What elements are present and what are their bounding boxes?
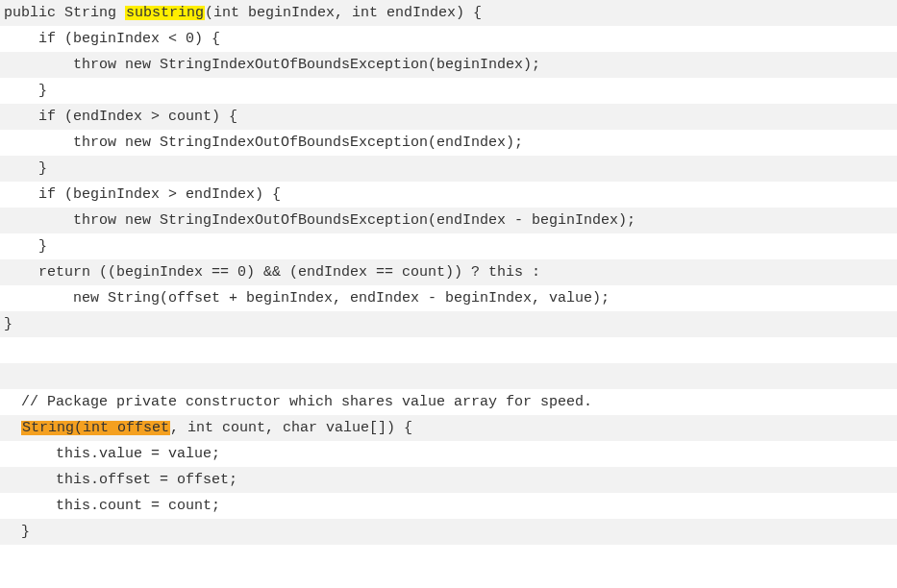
code-text: } xyxy=(4,239,47,254)
code-line: } xyxy=(0,233,897,259)
code-line xyxy=(0,363,897,389)
code-text: new String(offset + beginIndex, endIndex… xyxy=(4,291,610,306)
code-block: public String substring(int beginIndex, … xyxy=(0,0,897,545)
highlighted-text: substring xyxy=(125,6,205,20)
code-line: this.count = count; xyxy=(0,493,897,519)
code-line: throw new StringIndexOutOfBoundsExceptio… xyxy=(0,52,897,78)
code-text: , int count, char value[]) { xyxy=(170,421,412,435)
code-text: if (endIndex > count) { xyxy=(4,110,237,124)
highlighted-text: String(int offset xyxy=(21,421,170,435)
code-text: } xyxy=(4,161,47,176)
code-line: } xyxy=(0,311,897,337)
code-line xyxy=(0,337,897,363)
code-text: } xyxy=(4,525,30,539)
code-text: this.value = value; xyxy=(4,447,220,461)
code-text: this.count = count; xyxy=(4,499,220,513)
code-line: if (beginIndex < 0) { xyxy=(0,26,897,52)
code-text: throw new StringIndexOutOfBoundsExceptio… xyxy=(4,135,523,150)
code-text xyxy=(4,421,21,435)
code-line: public String substring(int beginIndex, … xyxy=(0,0,897,26)
code-text: if (beginIndex < 0) { xyxy=(4,32,220,46)
code-line: if (endIndex > count) { xyxy=(0,104,897,130)
code-text: return ((beginIndex == 0) && (endIndex =… xyxy=(4,265,540,280)
code-text: this.offset = offset; xyxy=(4,473,237,487)
code-line: return ((beginIndex == 0) && (endIndex =… xyxy=(0,259,897,285)
code-line: String(int offset, int count, char value… xyxy=(0,415,897,441)
code-line: throw new StringIndexOutOfBoundsExceptio… xyxy=(0,130,897,156)
code-line: } xyxy=(0,156,897,182)
code-line: } xyxy=(0,78,897,104)
code-text: // Package private constructor which sha… xyxy=(4,395,592,409)
code-text: throw new StringIndexOutOfBoundsExceptio… xyxy=(4,58,540,72)
code-line: this.value = value; xyxy=(0,441,897,467)
code-line: throw new StringIndexOutOfBoundsExceptio… xyxy=(0,208,897,233)
code-text: throw new StringIndexOutOfBoundsExceptio… xyxy=(4,213,635,228)
code-text: } xyxy=(4,84,47,98)
code-line: // Package private constructor which sha… xyxy=(0,389,897,415)
code-line: if (beginIndex > endIndex) { xyxy=(0,182,897,208)
code-line: this.offset = offset; xyxy=(0,467,897,493)
code-line: } xyxy=(0,519,897,545)
code-text: } xyxy=(4,317,12,331)
code-line: new String(offset + beginIndex, endIndex… xyxy=(0,285,897,311)
code-text: if (beginIndex > endIndex) { xyxy=(4,187,281,202)
code-text: public String xyxy=(4,6,125,20)
code-text: (int beginIndex, int endIndex) { xyxy=(205,6,482,20)
